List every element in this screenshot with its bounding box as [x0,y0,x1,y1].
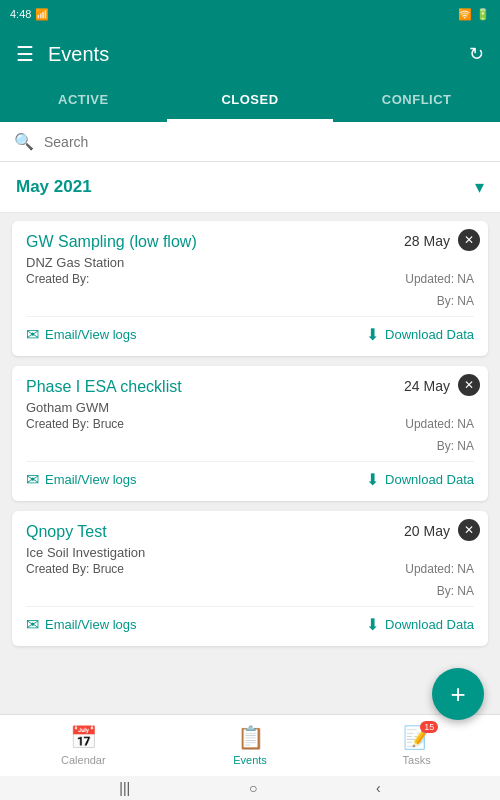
email-icon-2: ✉ [26,470,39,489]
download-button-2[interactable]: ⬇ Download Data [366,470,474,489]
event-card-1: ✕ GW Sampling (low flow) 28 May DNZ Gas … [12,221,488,356]
event-date-2: 24 May [404,378,450,394]
tasks-badge: 15 [420,721,438,733]
time-display: 4:48 [10,8,31,20]
bottom-nav: 📅 Calendar 📋 Events 📝 15 Tasks [0,714,500,776]
event-card-3: ✕ Qnopy Test 20 May Ice Soil Investigati… [12,511,488,646]
calendar-icon: 📅 [70,725,97,751]
by-label-3: By: NA [437,584,474,598]
card-actions-1: ✉ Email/View logs ⬇ Download Data [26,316,474,344]
wifi-icon: 🛜 [458,8,472,21]
card-meta-by-2: By: NA [26,439,474,453]
event-location-1: DNZ Gas Station [26,255,474,270]
status-bar: 4:48 📶 🛜 🔋 [0,0,500,28]
nav-calendar-label: Calendar [61,754,106,766]
status-icons: 🛜 🔋 [458,8,490,21]
chevron-down-icon: ▾ [475,176,484,198]
download-button-1[interactable]: ⬇ Download Data [366,325,474,344]
close-button-3[interactable]: ✕ [458,519,480,541]
search-input[interactable] [44,134,486,150]
tab-conflict-label: CONFLICT [382,92,452,107]
card-header-2: Phase I ESA checklist 24 May [26,378,474,396]
recents-gesture-icon: ‹ [376,780,381,796]
email-label-3: Email/View logs [45,617,137,632]
updated-2: Updated: NA [405,417,474,431]
refresh-button[interactable]: ↻ [469,43,484,65]
created-by-2: Created By: Bruce [26,417,124,431]
event-title-2: Phase I ESA checklist [26,378,182,396]
card-meta-3: Created By: Bruce Updated: NA [26,562,474,576]
event-title-1: GW Sampling (low flow) [26,233,197,251]
card-meta-2: Created By: Bruce Updated: NA [26,417,474,431]
created-by-1: Created By: [26,272,89,286]
events-list: ✕ GW Sampling (low flow) 28 May DNZ Gas … [0,213,500,735]
card-meta-by-1: By: NA [26,294,474,308]
add-event-fab[interactable]: + [432,668,484,720]
nav-tasks-label: Tasks [403,754,431,766]
menu-button[interactable]: ☰ [16,42,34,66]
event-title-3: Qnopy Test [26,523,107,541]
search-bar: 🔍 [0,122,500,162]
nav-calendar[interactable]: 📅 Calendar [0,725,167,766]
month-title: May 2021 [16,177,92,197]
back-gesture-icon: ||| [119,780,130,796]
card-header-3: Qnopy Test 20 May [26,523,474,541]
status-time: 4:48 📶 [10,8,49,21]
refresh-icon: ↻ [469,44,484,64]
download-label-1: Download Data [385,327,474,342]
tab-active-label: ACTIVE [58,92,109,107]
event-date-3: 20 May [404,523,450,539]
created-by-3: Created By: Bruce [26,562,124,576]
close-button-1[interactable]: ✕ [458,229,480,251]
battery-icon: 🔋 [476,8,490,21]
add-icon: + [450,679,465,710]
email-icon-1: ✉ [26,325,39,344]
notification-icons: 📶 [35,8,49,21]
nav-events[interactable]: 📋 Events [167,725,334,766]
by-label-1: By: NA [437,294,474,308]
tab-closed-label: CLOSED [221,92,278,107]
nav-events-label: Events [233,754,267,766]
tab-active[interactable]: ACTIVE [0,80,167,122]
card-actions-3: ✉ Email/View logs ⬇ Download Data [26,606,474,634]
email-logs-button-3[interactable]: ✉ Email/View logs [26,615,137,634]
download-icon-2: ⬇ [366,470,379,489]
search-icon: 🔍 [14,132,34,151]
tasks-badge-wrap: 📝 15 [403,725,430,751]
download-label-3: Download Data [385,617,474,632]
home-gesture-icon: ○ [249,780,257,796]
tab-conflict[interactable]: CONFLICT [333,80,500,122]
download-icon-3: ⬇ [366,615,379,634]
close-button-2[interactable]: ✕ [458,374,480,396]
download-icon-1: ⬇ [366,325,379,344]
events-icon: 📋 [237,725,264,751]
card-header-1: GW Sampling (low flow) 28 May [26,233,474,251]
gesture-bar: ||| ○ ‹ [0,776,500,800]
card-meta-by-3: By: NA [26,584,474,598]
by-label-2: By: NA [437,439,474,453]
email-label-2: Email/View logs [45,472,137,487]
app-bar: ☰ Events ↻ [0,28,500,80]
event-location-2: Gotham GWM [26,400,474,415]
nav-tasks[interactable]: 📝 15 Tasks [333,725,500,766]
event-date-1: 28 May [404,233,450,249]
email-icon-3: ✉ [26,615,39,634]
card-actions-2: ✉ Email/View logs ⬇ Download Data [26,461,474,489]
event-card-2: ✕ Phase I ESA checklist 24 May Gotham GW… [12,366,488,501]
updated-1: Updated: NA [405,272,474,286]
month-header[interactable]: May 2021 ▾ [0,162,500,213]
download-label-2: Download Data [385,472,474,487]
download-button-3[interactable]: ⬇ Download Data [366,615,474,634]
updated-3: Updated: NA [405,562,474,576]
email-label-1: Email/View logs [45,327,137,342]
email-logs-button-2[interactable]: ✉ Email/View logs [26,470,137,489]
tab-closed[interactable]: CLOSED [167,80,334,122]
menu-icon: ☰ [16,43,34,65]
card-meta-1: Created By: Updated: NA [26,272,474,286]
app-title: Events [48,43,469,66]
tab-bar: ACTIVE CLOSED CONFLICT [0,80,500,122]
event-location-3: Ice Soil Investigation [26,545,474,560]
email-logs-button-1[interactable]: ✉ Email/View logs [26,325,137,344]
